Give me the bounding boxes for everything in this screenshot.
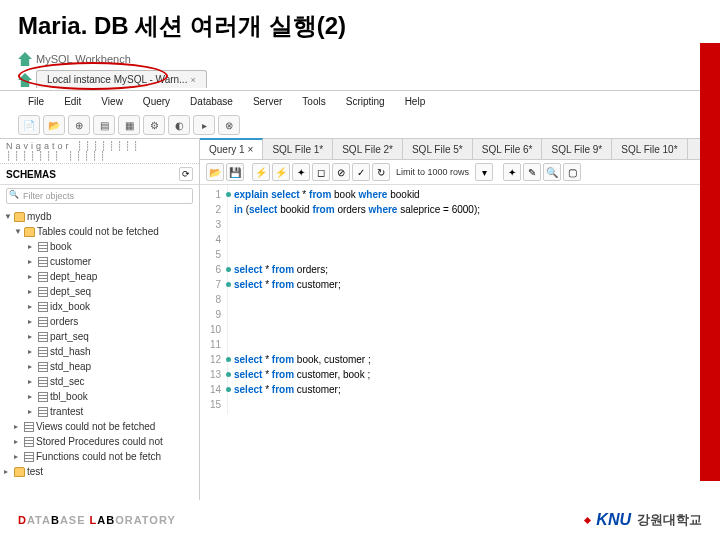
toolbar-btn[interactable]: ⊕: [68, 115, 90, 135]
table-node[interactable]: ▸orders: [4, 314, 195, 329]
main-area: Navigator ┊┊┊┊┊┊┊┊ ┊┊┊┊┊┊┊ ┊┊┊┊┊ SCHEMAS…: [0, 139, 720, 509]
table-icon: [38, 317, 48, 327]
table-node[interactable]: ▸idx_book: [4, 299, 195, 314]
table-node[interactable]: ▸std_hash: [4, 344, 195, 359]
toolbar-icon[interactable]: ↻: [372, 163, 390, 181]
menu-help[interactable]: Help: [395, 93, 436, 110]
app-icon: [18, 52, 32, 66]
editor-tab[interactable]: SQL File 10*: [612, 139, 687, 159]
editor-panel: Query 1× SQL File 1* SQL File 2* SQL Fil…: [200, 139, 720, 509]
table-icon: [38, 302, 48, 312]
logo-dot-icon: [584, 516, 591, 523]
app-titlebar: MySQL Workbench: [0, 50, 720, 68]
sql-editor[interactable]: 12345 67891011 12131415 explain select *…: [200, 185, 720, 414]
views-folder[interactable]: ▸Views could not be fetched: [4, 419, 195, 434]
beautify-icon[interactable]: ✦: [503, 163, 521, 181]
lab-name: DATABASE LABORATORY: [18, 514, 176, 526]
table-node[interactable]: ▸part_seq: [4, 329, 195, 344]
editor-tabs: Query 1× SQL File 1* SQL File 2* SQL Fil…: [200, 139, 720, 160]
close-icon[interactable]: ×: [248, 144, 254, 155]
editor-tab[interactable]: SQL File 5*: [403, 139, 473, 159]
line-gutter: 12345 67891011 12131415: [200, 185, 228, 414]
editor-tab[interactable]: SQL File 6*: [473, 139, 543, 159]
editor-tab[interactable]: SQL File 1*: [263, 139, 333, 159]
fn-folder[interactable]: ▸Functions could not be fetch: [4, 449, 195, 464]
menu-view[interactable]: View: [91, 93, 133, 110]
main-toolbar: 📄 📂 ⊕ ▤ ▦ ⚙ ◐ ▸ ⊗: [0, 112, 720, 139]
refresh-icon[interactable]: ⟳: [179, 167, 193, 181]
table-icon: [38, 362, 48, 372]
university-logo: KNU 강원대학교: [585, 511, 702, 529]
editor-tab-query1[interactable]: Query 1×: [200, 138, 263, 159]
table-icon: [38, 392, 48, 402]
toolbar-btn[interactable]: ◐: [168, 115, 190, 135]
editor-tab[interactable]: SQL File 9*: [542, 139, 612, 159]
schemas-label: SCHEMAS: [6, 169, 56, 180]
close-icon[interactable]: ×: [190, 75, 195, 85]
connection-tab[interactable]: Local instance MySQL - Warn... ×: [36, 70, 207, 88]
open-file-icon[interactable]: 📂: [206, 163, 224, 181]
toolbar-icon[interactable]: ▾: [475, 163, 493, 181]
table-node[interactable]: ▸customer: [4, 254, 195, 269]
table-node[interactable]: ▸trantest: [4, 404, 195, 419]
connection-tabs: Local instance MySQL - Warn... ×: [0, 68, 720, 88]
menu-file[interactable]: File: [18, 93, 54, 110]
side-accent: [700, 43, 720, 481]
toolbar-btn[interactable]: ⊗: [218, 115, 240, 135]
commit-icon[interactable]: ✓: [352, 163, 370, 181]
editor-tab[interactable]: SQL File 2*: [333, 139, 403, 159]
table-node[interactable]: ▸dept_seq: [4, 284, 195, 299]
execute-icon[interactable]: ⚡: [252, 163, 270, 181]
table-node[interactable]: ▸dept_heap: [4, 269, 195, 284]
menu-query[interactable]: Query: [133, 93, 180, 110]
table-node[interactable]: ▸std_heap: [4, 359, 195, 374]
toolbar-new-sql[interactable]: 📄: [18, 115, 40, 135]
toolbar-open[interactable]: 📂: [43, 115, 65, 135]
table-icon: [38, 377, 48, 387]
table-icon: [38, 407, 48, 417]
database-icon: [14, 467, 25, 477]
connection-tab-label: Local instance MySQL - Warn...: [47, 74, 187, 85]
limit-dropdown[interactable]: Limit to 1000 rows: [392, 167, 473, 177]
app-name: MySQL Workbench: [36, 53, 131, 65]
table-icon: [38, 272, 48, 282]
toolbar-icon[interactable]: ✎: [523, 163, 541, 181]
sp-folder[interactable]: ▸Stored Procedures could not: [4, 434, 195, 449]
menu-tools[interactable]: Tools: [292, 93, 335, 110]
database-icon: [14, 212, 25, 222]
toolbar-icon[interactable]: ⊘: [332, 163, 350, 181]
stop-icon[interactable]: ◻: [312, 163, 330, 181]
slide-footer: DATABASE LABORATORY KNU 강원대학교: [0, 500, 720, 540]
find-icon[interactable]: 🔍: [543, 163, 561, 181]
menu-scripting[interactable]: Scripting: [336, 93, 395, 110]
toolbar-btn[interactable]: ▦: [118, 115, 140, 135]
navigator-header: Navigator ┊┊┊┊┊┊┊┊ ┊┊┊┊┊┊┊ ┊┊┊┊┊: [0, 139, 199, 164]
table-icon: [38, 287, 48, 297]
toolbar-btn[interactable]: ▤: [93, 115, 115, 135]
explain-icon[interactable]: ✦: [292, 163, 310, 181]
toolbar-btn[interactable]: ▸: [193, 115, 215, 135]
menu-database[interactable]: Database: [180, 93, 243, 110]
toolbar-icon[interactable]: ▢: [563, 163, 581, 181]
tables-folder[interactable]: ▼Tables could not be fetched: [4, 224, 195, 239]
table-icon: [38, 257, 48, 267]
home-tab-icon[interactable]: [18, 73, 32, 87]
menu-bar: File Edit View Query Database Server Too…: [0, 90, 720, 112]
db-node[interactable]: ▼mydb: [4, 209, 195, 224]
table-node[interactable]: ▸std_sec: [4, 374, 195, 389]
menu-edit[interactable]: Edit: [54, 93, 91, 110]
views-icon: [24, 422, 34, 432]
save-icon[interactable]: 💾: [226, 163, 244, 181]
execute-current-icon[interactable]: ⚡: [272, 163, 290, 181]
table-node[interactable]: ▸book: [4, 239, 195, 254]
menu-server[interactable]: Server: [243, 93, 292, 110]
toolbar-btn[interactable]: ⚙: [143, 115, 165, 135]
table-icon: [38, 242, 48, 252]
sql-source[interactable]: explain select * from book where bookid …: [228, 185, 486, 414]
filter-input[interactable]: Filter objects: [6, 188, 193, 204]
table-node[interactable]: ▸tbl_book: [4, 389, 195, 404]
table-icon: [38, 347, 48, 357]
db-node[interactable]: ▸test: [4, 464, 195, 479]
university-name: 강원대학교: [637, 511, 702, 529]
knu-logo-text: KNU: [596, 511, 631, 529]
